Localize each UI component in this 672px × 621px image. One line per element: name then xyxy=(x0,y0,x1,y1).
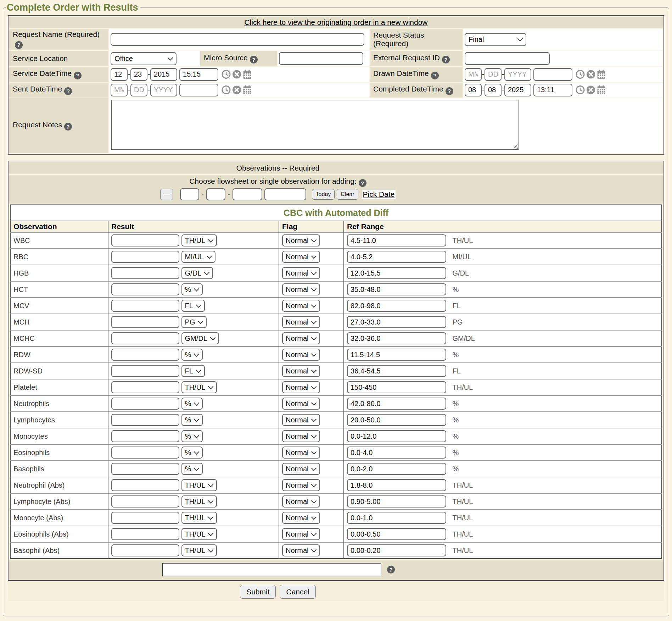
result-input[interactable] xyxy=(111,414,179,426)
drawn-day-input[interactable] xyxy=(485,68,502,81)
clock-icon[interactable] xyxy=(576,85,585,95)
ref-range-input[interactable] xyxy=(347,300,446,312)
cancel-button[interactable]: Cancel xyxy=(280,585,315,599)
help-icon[interactable] xyxy=(446,87,453,95)
result-input[interactable] xyxy=(111,234,179,246)
service-year-input[interactable] xyxy=(150,68,177,81)
flag-select[interactable]: Normal xyxy=(282,430,320,442)
result-unit-select[interactable]: TH/UL xyxy=(181,381,217,393)
flag-select[interactable]: Normal xyxy=(282,316,320,328)
flag-select[interactable]: Normal xyxy=(282,463,320,475)
sent-year-input[interactable] xyxy=(150,84,177,96)
result-unit-select[interactable]: % xyxy=(181,447,203,459)
help-icon[interactable] xyxy=(431,72,439,79)
result-input[interactable] xyxy=(111,495,179,508)
result-unit-select[interactable]: TH/UL xyxy=(181,544,217,556)
flag-select[interactable]: Normal xyxy=(282,447,320,459)
result-unit-select[interactable]: MI/UL xyxy=(181,251,215,263)
result-unit-select[interactable]: % xyxy=(181,430,203,442)
service-location-select[interactable]: Office xyxy=(111,52,177,65)
result-input[interactable] xyxy=(111,512,179,524)
ref-range-input[interactable] xyxy=(347,495,446,508)
result-unit-select[interactable]: % xyxy=(181,398,203,410)
ref-range-input[interactable] xyxy=(347,332,446,344)
clear-button[interactable]: Clear xyxy=(337,189,358,200)
result-unit-select[interactable]: % xyxy=(181,463,203,475)
result-input[interactable] xyxy=(111,544,179,556)
drawn-year-input[interactable] xyxy=(504,68,531,81)
help-icon[interactable] xyxy=(250,56,258,63)
result-input[interactable] xyxy=(111,447,179,459)
drawn-month-input[interactable] xyxy=(465,68,482,81)
service-month-input[interactable] xyxy=(111,68,128,81)
ref-range-input[interactable] xyxy=(347,234,446,246)
flag-select[interactable]: Normal xyxy=(282,495,320,508)
ref-range-input[interactable] xyxy=(347,414,446,426)
remove-observation-button[interactable]: — xyxy=(160,189,173,200)
result-input[interactable] xyxy=(111,381,179,393)
clock-icon[interactable] xyxy=(576,70,585,79)
result-unit-select[interactable]: TH/UL xyxy=(181,479,217,491)
clear-datetime-icon[interactable] xyxy=(586,85,595,95)
today-button[interactable]: Today xyxy=(312,189,335,200)
result-unit-select[interactable]: TH/UL xyxy=(181,234,217,246)
help-icon[interactable] xyxy=(387,566,395,573)
help-icon[interactable] xyxy=(442,56,450,63)
flag-select[interactable]: Normal xyxy=(282,544,320,556)
completed-time-input[interactable] xyxy=(533,84,572,96)
result-input[interactable] xyxy=(111,349,179,361)
ref-range-input[interactable] xyxy=(347,447,446,459)
chooser-month-input[interactable] xyxy=(180,188,199,200)
ref-range-input[interactable] xyxy=(347,251,446,263)
request-status-select[interactable]: Final xyxy=(465,33,526,46)
help-icon[interactable] xyxy=(64,123,72,131)
ref-range-input[interactable] xyxy=(347,528,446,540)
result-unit-select[interactable]: GM/DL xyxy=(181,332,219,344)
request-name-input[interactable] xyxy=(111,33,364,46)
ref-range-input[interactable] xyxy=(347,381,446,393)
observation-note-input[interactable] xyxy=(162,563,381,576)
result-unit-select[interactable]: FL xyxy=(181,300,205,312)
clear-datetime-icon[interactable] xyxy=(586,70,595,79)
completed-day-input[interactable] xyxy=(485,84,502,96)
chooser-time-input[interactable] xyxy=(264,188,306,200)
result-unit-select[interactable]: % xyxy=(181,283,203,295)
clear-datetime-icon[interactable] xyxy=(232,70,241,79)
help-icon[interactable] xyxy=(74,72,82,79)
result-input[interactable] xyxy=(111,479,179,491)
flag-select[interactable]: Normal xyxy=(282,528,320,540)
ref-range-input[interactable] xyxy=(347,479,446,491)
ref-range-input[interactable] xyxy=(347,349,446,361)
result-unit-select[interactable]: G/DL xyxy=(181,267,213,279)
flag-select[interactable]: Normal xyxy=(282,398,320,410)
chooser-year-input[interactable] xyxy=(233,188,262,200)
result-unit-select[interactable]: FL xyxy=(181,365,205,377)
ref-range-input[interactable] xyxy=(347,512,446,524)
flag-select[interactable]: Normal xyxy=(282,300,320,312)
calendar-icon[interactable] xyxy=(243,70,252,79)
clock-icon[interactable] xyxy=(222,85,231,95)
clear-datetime-icon[interactable] xyxy=(232,85,241,95)
ref-range-input[interactable] xyxy=(347,544,446,556)
request-notes-textarea[interactable] xyxy=(111,100,519,150)
ref-range-input[interactable] xyxy=(347,463,446,475)
help-icon[interactable] xyxy=(359,179,366,187)
sent-day-input[interactable] xyxy=(130,84,147,96)
flag-select[interactable]: Normal xyxy=(282,234,320,246)
flag-select[interactable]: Normal xyxy=(282,365,320,377)
result-unit-select[interactable]: TH/UL xyxy=(181,495,217,508)
calendar-icon[interactable] xyxy=(243,85,252,95)
result-input[interactable] xyxy=(111,267,179,279)
result-unit-select[interactable]: TH/UL xyxy=(181,512,217,524)
sent-time-input[interactable] xyxy=(179,84,218,96)
flag-select[interactable]: Normal xyxy=(282,267,320,279)
ref-range-input[interactable] xyxy=(347,398,446,410)
result-unit-select[interactable]: TH/UL xyxy=(181,528,217,540)
ref-range-input[interactable] xyxy=(347,316,446,328)
result-input[interactable] xyxy=(111,365,179,377)
completed-month-input[interactable] xyxy=(465,84,482,96)
ref-range-input[interactable] xyxy=(347,430,446,442)
external-request-id-input[interactable] xyxy=(465,52,550,65)
result-unit-select[interactable]: % xyxy=(181,349,203,361)
service-time-input[interactable] xyxy=(179,68,218,81)
